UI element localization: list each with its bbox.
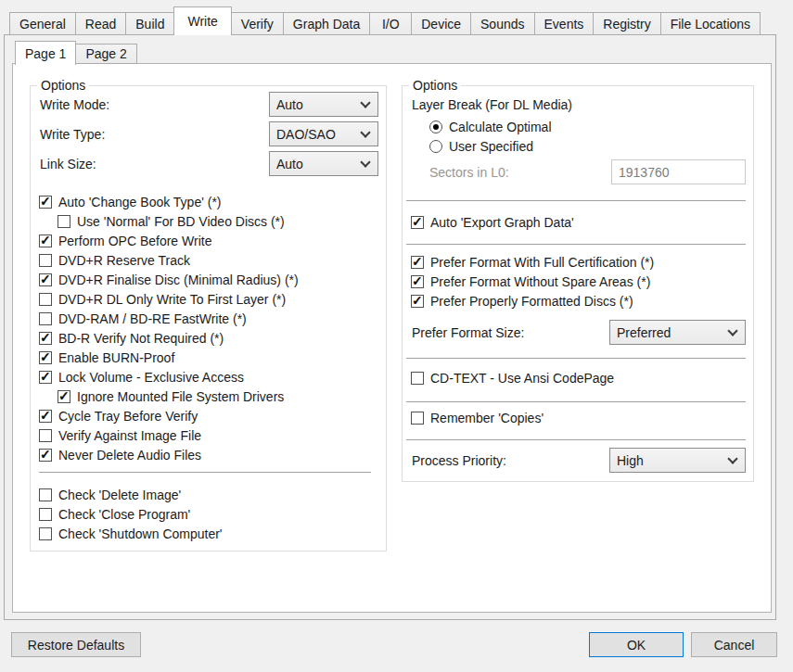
chevron-down-icon: [727, 325, 737, 336]
checkbox-prefer-without-spare-areas[interactable]: Prefer Format Without Spare Areas (*): [411, 272, 746, 291]
checkbox-perform-opc[interactable]: Perform OPC Before Write: [39, 231, 378, 250]
separator: [406, 200, 746, 201]
checkbox-check-shutdown-computer[interactable]: Check 'Shutdown Computer': [39, 524, 378, 543]
checkbox-enable-burn-proof[interactable]: Enable BURN-Proof: [39, 348, 378, 367]
separator: [406, 358, 746, 359]
checkbox[interactable]: [39, 410, 52, 423]
checkbox-label: DVD+R Finalise Disc (Minimal Radius) (*): [58, 273, 299, 287]
checkbox[interactable]: [411, 256, 424, 269]
checkbox-dvdr-dl-first-layer[interactable]: DVD+R DL Only Write To First Layer (*): [39, 289, 378, 309]
process-priority-select[interactable]: High: [609, 448, 746, 473]
radio-button[interactable]: [429, 120, 442, 133]
checkbox-cd-text-ansi[interactable]: CD-TEXT - Use Ansi CodePage: [411, 368, 746, 387]
checkbox-prefer-full-certification[interactable]: Prefer Format With Full Certification (*…: [411, 252, 746, 272]
checkbox-verify-against-image[interactable]: Verify Against Image File: [39, 425, 378, 445]
checkbox[interactable]: [39, 273, 52, 286]
radio-button[interactable]: [429, 140, 442, 153]
checkbox-bdr-verify-not-required[interactable]: BD-R Verify Not Required (*): [39, 328, 378, 348]
checkbox[interactable]: [411, 295, 424, 308]
checkbox-label: Verify Against Image File: [58, 428, 201, 443]
checkbox[interactable]: [411, 412, 424, 425]
tab-io[interactable]: I/O: [369, 12, 412, 35]
checkbox[interactable]: [39, 332, 52, 345]
checkbox-auto-export-graph-data[interactable]: Auto 'Export Graph Data': [411, 212, 746, 232]
checkbox-check-close-program[interactable]: Check 'Close Program': [39, 504, 378, 524]
checkbox[interactable]: [39, 429, 52, 442]
radio-user-specified[interactable]: User Specified: [429, 136, 533, 156]
checkbox-cycle-tray[interactable]: Cycle Tray Before Verify: [39, 406, 378, 425]
tab-events[interactable]: Events: [534, 12, 595, 35]
tab-graph-data[interactable]: Graph Data: [283, 12, 370, 35]
checkbox-dvdr-reserve-track[interactable]: DVD+R Reserve Track: [39, 250, 378, 270]
checkbox-never-delete-audio[interactable]: Never Delete Audio Files: [39, 445, 378, 464]
checkbox[interactable]: [39, 449, 52, 462]
write-mode-select[interactable]: Auto: [269, 92, 378, 117]
left-options-group: Options Write Mode: Auto Write Type: DAO…: [30, 85, 387, 552]
link-size-value: Auto: [276, 157, 303, 171]
checkbox[interactable]: [39, 371, 52, 384]
checkbox[interactable]: [411, 372, 424, 385]
checkbox-dvdr-finalise-disc[interactable]: DVD+R Finalise Disc (Minimal Radius) (*): [39, 270, 378, 289]
tab-read[interactable]: Read: [75, 12, 126, 35]
checkbox[interactable]: [39, 235, 52, 247]
checkbox[interactable]: [39, 351, 52, 364]
checkbox-label: Prefer Format Without Spare Areas (*): [430, 274, 650, 289]
tab-write[interactable]: Write: [173, 6, 231, 35]
chevron-down-icon: [360, 157, 370, 167]
checkbox[interactable]: [39, 196, 52, 209]
right-options-group: Options Layer Break (For DL Media) Calcu…: [402, 85, 754, 482]
link-size-row: Link Size: Auto: [40, 151, 378, 176]
checkbox-ignore-mounted-drivers[interactable]: Ignore Mounted File System Drivers: [58, 387, 378, 406]
tab-general[interactable]: General: [9, 12, 76, 35]
process-priority-row: Process Priority: High: [412, 448, 746, 473]
checkbox-label: Ignore Mounted File System Drivers: [77, 389, 284, 404]
checkbox-label: Lock Volume - Exclusive Access: [58, 370, 244, 385]
checkbox[interactable]: [39, 488, 52, 501]
checkbox-prefer-properly-formatted[interactable]: Prefer Properly Formatted Discs (*): [411, 291, 746, 311]
group-label: Options: [37, 78, 89, 93]
ok-button[interactable]: OK: [589, 632, 684, 657]
checkbox[interactable]: [411, 216, 424, 229]
checkbox[interactable]: [39, 293, 52, 306]
checkbox[interactable]: [39, 312, 52, 325]
tab-registry[interactable]: Registry: [593, 12, 660, 35]
checkbox-lock-volume[interactable]: Lock Volume - Exclusive Access: [39, 367, 378, 387]
left-checkbox-list: Auto 'Change Book Type' (*) Use 'Normal'…: [39, 192, 378, 543]
write-type-select[interactable]: DAO/SAO: [269, 121, 378, 146]
separator: [406, 439, 746, 440]
process-priority-value: High: [617, 453, 644, 468]
checkbox[interactable]: [58, 390, 70, 403]
tab-sounds[interactable]: Sounds: [470, 12, 534, 35]
radio-calculate-optimal[interactable]: Calculate Optimal: [429, 117, 552, 136]
process-priority-label: Process Priority:: [412, 453, 506, 468]
checkbox-label: CD-TEXT - Use Ansi CodePage: [430, 371, 614, 386]
tab-device[interactable]: Device: [411, 12, 471, 35]
restore-defaults-button[interactable]: Restore Defaults: [11, 632, 141, 657]
group-label: Options: [409, 78, 461, 93]
tab-build[interactable]: Build: [125, 12, 174, 35]
checkbox[interactable]: [39, 508, 52, 521]
prefer-format-size-select[interactable]: Preferred: [609, 320, 746, 345]
chevron-down-icon: [360, 97, 370, 108]
cancel-button[interactable]: Cancel: [691, 632, 777, 657]
checkbox-label: DVD+R DL Only Write To First Layer (*): [58, 292, 286, 307]
sectors-input[interactable]: 1913760: [611, 159, 746, 184]
tab-verify[interactable]: Verify: [231, 12, 284, 35]
checkbox[interactable]: [411, 275, 424, 288]
tab-page-2[interactable]: Page 2: [75, 44, 136, 64]
checkbox-auto-change-book-type[interactable]: Auto 'Change Book Type' (*): [39, 192, 378, 211]
checkbox-label: Check 'Close Program': [58, 507, 190, 522]
checkbox-use-normal-bd-video[interactable]: Use 'Normal' For BD Video Discs (*): [58, 211, 378, 231]
checkbox[interactable]: [39, 254, 52, 267]
checkbox-remember-copies[interactable]: Remember 'Copies': [411, 408, 746, 427]
checkbox-label: Use 'Normal' For BD Video Discs (*): [77, 214, 285, 229]
tab-file-locations[interactable]: File Locations: [660, 12, 761, 35]
tab-page-1[interactable]: Page 1: [15, 41, 76, 65]
checkbox-dvdram-fastwrite[interactable]: DVD-RAM / BD-RE FastWrite (*): [39, 309, 378, 328]
link-size-select[interactable]: Auto: [269, 151, 378, 176]
prefer-format-size-row: Prefer Format Size: Preferred: [412, 320, 746, 345]
checkbox[interactable]: [58, 215, 70, 228]
checkbox-check-delete-image[interactable]: Check 'Delete Image': [39, 485, 378, 504]
checkbox[interactable]: [39, 527, 52, 540]
checkbox-label: Never Delete Audio Files: [58, 448, 201, 463]
